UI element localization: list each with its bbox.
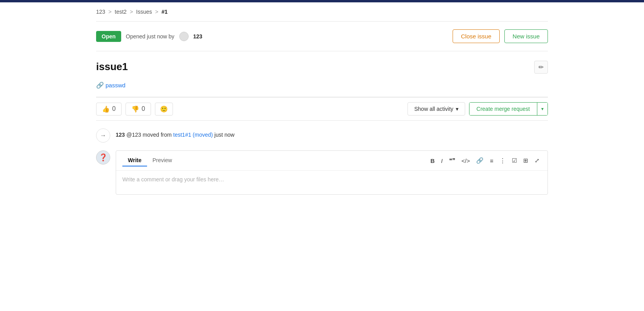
- activity-link[interactable]: test1#1 (moved): [173, 132, 213, 138]
- issue-title-section: issue1 ✏: [96, 51, 548, 78]
- close-issue-button[interactable]: Close issue: [453, 29, 500, 43]
- label-link[interactable]: 🔗 passwd: [96, 81, 126, 89]
- comment-toolbar: Write Preview B I ❝❞ </> 🔗 ≡ ⋮ ☑ ⊞ ⤢: [116, 151, 548, 171]
- format-table-button[interactable]: ⊞: [522, 156, 530, 165]
- open-badge: Open: [96, 31, 121, 42]
- thumbs-down-count: 0: [142, 105, 145, 112]
- italic-icon: I: [441, 157, 442, 164]
- comment-box: Write Preview B I ❝❞ </> 🔗 ≡ ⋮ ☑ ⊞ ⤢: [116, 150, 548, 195]
- opened-by-text: Opened just now by: [126, 33, 175, 40]
- thumbs-up-count: 0: [112, 105, 116, 112]
- format-expand-button[interactable]: ⤢: [533, 156, 541, 165]
- edit-title-button[interactable]: ✏: [534, 61, 548, 74]
- activity-mention-handle: @123: [126, 132, 141, 138]
- format-numbered-list-button[interactable]: ⋮: [498, 156, 507, 165]
- reactions-activity-row: 👍 0 👎 0 🙂 Show all activity ▾ Create mer…: [96, 97, 548, 121]
- link-format-icon: 🔗: [476, 157, 484, 164]
- format-task-list-button[interactable]: ☑: [510, 156, 518, 165]
- thumbs-up-button[interactable]: 👍 0: [96, 103, 122, 116]
- bullet-list-icon: ≡: [490, 157, 493, 164]
- emoji-picker-button[interactable]: 🙂: [155, 103, 173, 116]
- breadcrumb-separator-3: >: [155, 9, 158, 15]
- show-activity-dropdown-icon: ▾: [456, 106, 458, 112]
- activity-time: just now: [215, 132, 235, 138]
- activity-section: → 123 @123 moved from test1#1 (moved) ju…: [96, 121, 548, 203]
- reactions-left: 👍 0 👎 0 🙂: [96, 103, 173, 116]
- thumbs-up-emoji: 👍: [102, 105, 110, 113]
- comment-placeholder: Write a comment or drag your files here…: [122, 176, 224, 183]
- breadcrumb-item-test2[interactable]: test2: [115, 9, 127, 15]
- thumbs-down-button[interactable]: 👎 0: [126, 103, 151, 116]
- create-merge-request-dropdown[interactable]: ▾: [537, 103, 548, 115]
- activity-item: → 123 @123 moved from test1#1 (moved) ju…: [96, 128, 548, 143]
- code-icon: </>: [462, 157, 470, 164]
- thumbs-down-emoji: 👎: [131, 105, 139, 113]
- format-bullet-list-button[interactable]: ≡: [488, 157, 495, 165]
- issue-header: Open Opened just now by 123 Close issue …: [96, 22, 548, 51]
- emoji-picker-icon: 🙂: [160, 106, 168, 112]
- comment-format-tools: B I ❝❞ </> 🔗 ≡ ⋮ ☑ ⊞ ⤢: [429, 156, 541, 165]
- format-quote-button[interactable]: ❝❞: [448, 156, 457, 165]
- table-icon: ⊞: [523, 157, 528, 164]
- comment-tabs: Write Preview: [122, 155, 178, 166]
- format-code-button[interactable]: </>: [460, 157, 472, 165]
- show-activity-label: Show all activity: [414, 106, 453, 112]
- breadcrumb-separator-2: >: [130, 9, 133, 15]
- format-italic-button[interactable]: I: [439, 157, 444, 165]
- issue-title: issue1: [96, 61, 128, 73]
- write-tab[interactable]: Write: [122, 155, 147, 166]
- task-list-icon: ☑: [512, 157, 517, 164]
- activity-text: 123 @123 moved from test1#1 (moved) just…: [116, 128, 235, 138]
- edit-icon: ✏: [538, 64, 544, 71]
- link-icon: 🔗: [96, 81, 104, 89]
- comment-avatar-icon: ❓: [99, 153, 107, 162]
- show-all-activity-button[interactable]: Show all activity ▾: [408, 102, 465, 116]
- arrow-icon: →: [100, 132, 106, 139]
- header-actions: Close issue New issue: [453, 29, 548, 43]
- breadcrumb-item-current: #1: [162, 9, 168, 15]
- numbered-list-icon: ⋮: [500, 157, 506, 164]
- comment-input-area[interactable]: Write a comment or drag your files here…: [116, 171, 548, 194]
- preview-tab[interactable]: Preview: [147, 155, 178, 166]
- breadcrumb-separator-1: >: [108, 9, 111, 15]
- comment-section: ❓ Write Preview B I ❝❞ </> 🔗 ≡ ⋮: [96, 150, 548, 195]
- activity-merge-row: Show all activity ▾ Create merge request…: [408, 102, 548, 116]
- format-link-button[interactable]: 🔗: [475, 156, 485, 165]
- breadcrumb-item-issues[interactable]: Issues: [136, 9, 152, 15]
- quote-icon: ❝❞: [449, 157, 455, 164]
- new-issue-button[interactable]: New issue: [504, 29, 548, 43]
- issue-author: 123: [193, 33, 202, 40]
- bold-icon: B: [431, 157, 435, 164]
- breadcrumb: 123 > test2 > Issues > #1: [96, 2, 548, 21]
- label-text: passwd: [106, 82, 126, 89]
- activity-arrow-icon: →: [96, 128, 110, 143]
- create-merge-request-group: Create merge request ▾: [469, 102, 548, 116]
- expand-icon: ⤢: [535, 157, 540, 164]
- issue-status-section: Open Opened just now by 123: [96, 31, 202, 42]
- label-section: 🔗 passwd: [96, 78, 548, 97]
- activity-actor: 123: [116, 132, 125, 138]
- avatar: [179, 32, 189, 41]
- create-merge-request-button[interactable]: Create merge request: [469, 103, 537, 115]
- format-bold-button[interactable]: B: [429, 157, 437, 165]
- activity-moved-word: moved from: [143, 132, 172, 138]
- comment-avatar: ❓: [96, 150, 110, 165]
- breadcrumb-item-123[interactable]: 123: [96, 9, 105, 15]
